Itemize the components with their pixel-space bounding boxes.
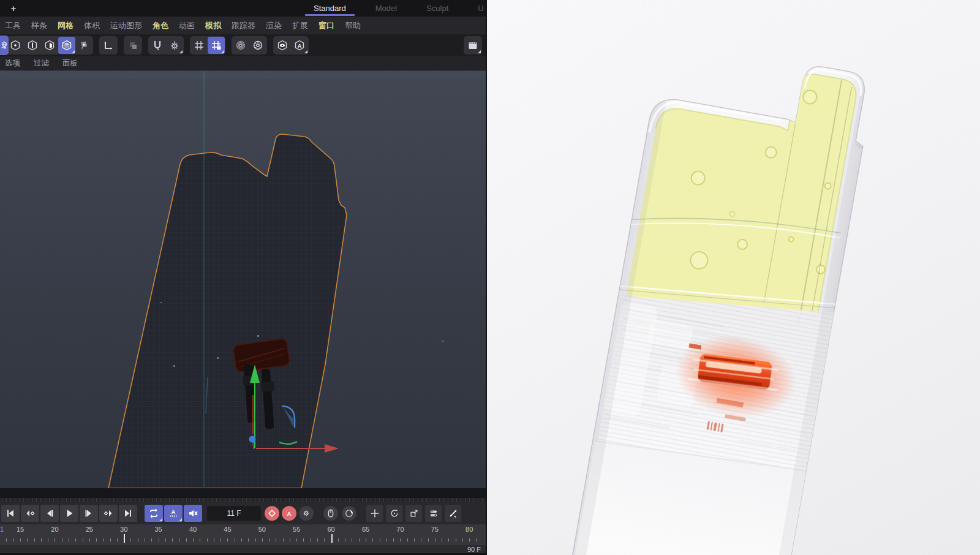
ruler-tick [476,538,477,542]
ruler-major-tick [331,534,333,543]
falloff-button[interactable] [232,37,249,54]
viewport-menu-item[interactable]: 选项 [5,58,20,69]
playhead-marker[interactable]: 1 [0,526,4,533]
tab-model[interactable]: Model [361,0,412,17]
frame-prev-button[interactable] [40,505,59,522]
grid-lock-button[interactable] [208,37,225,54]
ruler-tick [386,538,387,542]
menu-bar: 工具样条网格体积运动图形角色动画模拟跟踪器渲染扩展窗口帮助 [0,17,487,34]
animation-toolbar: A 11 F A [0,502,487,524]
ruler-tick [193,538,194,542]
ruler-tick [83,538,83,542]
ruler-tick [462,538,463,542]
ruler-tick [359,538,360,542]
toolbar-render-group [464,36,482,55]
workplane-button[interactable] [100,37,117,54]
ruler-tick [69,538,69,542]
frame-next-button[interactable] [80,505,98,522]
menu-item[interactable]: 跟踪器 [232,20,255,31]
menu-item[interactable]: 动画 [179,20,195,31]
snap-settings-button[interactable] [166,37,183,54]
vape-device-render [556,38,876,555]
menu-item[interactable]: 角色 [153,20,168,31]
c4d-app-panel: + StandardModelSculptU 工具样条网格体积运动图形角色动画模… [0,0,487,555]
grid-button[interactable] [190,37,208,54]
model-mode-button[interactable] [58,37,75,54]
menu-item[interactable]: 体积 [84,20,100,31]
polygons-mode-button[interactable] [41,37,58,54]
vape-volume-mesh[interactable] [108,134,347,488]
ruler-number: 60 [327,526,334,533]
t-param-button[interactable] [425,505,442,522]
skip-end-button[interactable] [119,505,137,522]
add-layout-tab-button[interactable]: + [0,3,27,13]
toolbar-group [6,36,93,55]
menu-item[interactable]: 运动图形 [110,20,142,31]
render-film-button[interactable] [464,37,481,54]
viewport-top-band [0,70,487,79]
t-scale-button[interactable] [405,505,422,522]
menu-item[interactable]: 渲染 [266,20,282,31]
key-prev-button[interactable] [21,505,39,522]
ruler-tick [407,538,408,542]
ruler-major-tick [124,534,125,543]
svg-text:A: A [287,510,291,517]
current-frame-field[interactable]: 11 F [207,506,261,521]
edges-mode-button[interactable] [24,37,41,54]
falloff-settings-button[interactable] [249,37,266,54]
play-button[interactable] [60,505,78,522]
t-pla-button[interactable] [445,505,461,522]
ruler-tick [435,538,435,542]
record-key-button[interactable] [265,506,279,521]
menu-item[interactable]: 模拟 [205,20,221,31]
ruler-number: 35 [154,526,162,533]
ruler-tick [159,538,159,542]
record-mode-buttons [323,506,356,521]
menu-item[interactable]: 网格 [58,20,74,31]
menu-item[interactable]: 窗口 [318,20,334,31]
menu-item[interactable]: 帮助 [345,20,361,31]
axis-mode-button[interactable] [75,37,92,54]
magnet-button[interactable] [149,37,166,54]
ruler-tick [20,538,21,542]
loop-button[interactable] [145,505,163,522]
ruler-tick [448,538,449,542]
snap-square-button[interactable] [124,37,141,54]
skip-start-button[interactable] [1,505,20,522]
t-pos-button[interactable] [366,505,383,522]
key-hud-button[interactable] [342,506,356,521]
ruler-number: 75 [431,526,439,533]
filter-eye-button[interactable] [274,37,291,54]
ruler-tick [352,538,352,542]
mute-button[interactable] [184,505,202,522]
z-axis-dot-blue[interactable] [249,436,256,443]
key-gear-button[interactable] [299,506,314,521]
3d-viewport[interactable] [0,70,487,488]
viewport-menu-item[interactable]: 过滤 [34,58,49,69]
ruler-tick [138,538,138,542]
ruler-tick [442,538,442,542]
ruler-tick [456,538,456,542]
ruler-tick [13,538,14,542]
ruler-number: 25 [86,526,93,533]
key-mouse-button[interactable] [323,506,338,521]
autokey-a-button[interactable]: A [282,506,296,521]
ruler-tick [186,538,187,542]
mini-frame-ruler[interactable] [0,498,487,502]
tab-standard[interactable]: Standard [299,0,361,17]
ruler-tick [62,538,62,542]
t-rot-button[interactable] [386,505,402,522]
filter-annotation-button[interactable]: A [291,37,308,54]
points-mode-button[interactable] [7,37,24,54]
key-next-button[interactable] [99,505,118,522]
menu-item[interactable]: 样条 [31,20,47,31]
menu-item[interactable]: 工具 [5,20,21,31]
timeline-ruler[interactable]: 15202530354045505560657075801 [0,524,487,545]
ruler-tick [421,538,421,542]
viewport-menu-item[interactable]: 面板 [62,58,78,69]
layout-globe-icon[interactable] [0,36,9,55]
menu-item[interactable]: 扩展 [292,20,308,31]
autokey-marker-button[interactable]: A [164,505,183,522]
tab-sculpt[interactable]: Sculpt [412,0,463,17]
toolbar-group [124,36,142,55]
